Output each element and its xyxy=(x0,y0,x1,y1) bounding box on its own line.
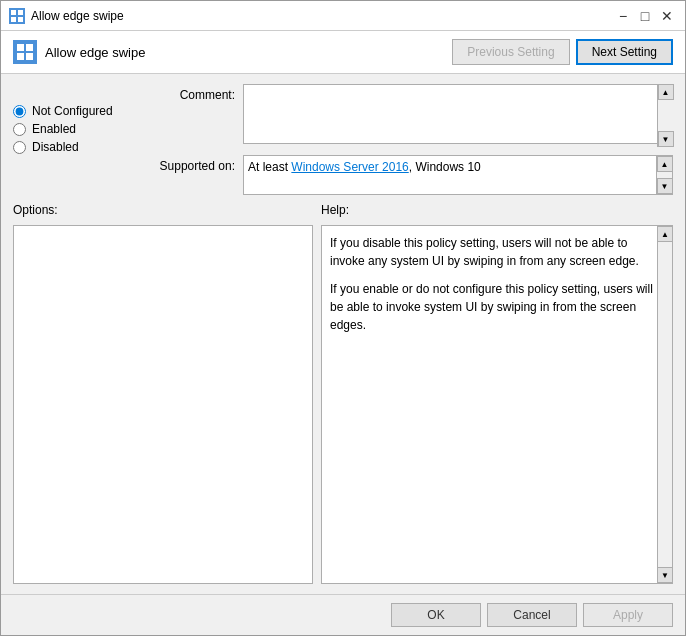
header-icon xyxy=(13,40,37,64)
help-scroll-down[interactable]: ▼ xyxy=(657,567,673,583)
help-text: If you disable this policy setting, user… xyxy=(330,234,664,334)
minimize-button[interactable]: − xyxy=(613,6,633,26)
top-section: Not Configured Enabled Disabled Comment: xyxy=(13,84,673,195)
supported-on-row: Supported on: At least Windows Server 20… xyxy=(145,155,673,195)
comment-row: Comment: ▲ ▼ xyxy=(145,84,673,147)
supported-on-wrap: At least Windows Server 2016, Windows 10… xyxy=(243,155,673,195)
bottom-section: If you disable this policy setting, user… xyxy=(13,225,673,584)
svg-rect-2 xyxy=(11,17,16,22)
help-paragraph-2: If you enable or do not configure this p… xyxy=(330,280,664,334)
fields-section: Comment: ▲ ▼ Supported on: xyxy=(145,84,673,195)
help-label: Help: xyxy=(321,203,349,217)
footer: OK Cancel Apply xyxy=(1,594,685,635)
main-content: Not Configured Enabled Disabled Comment: xyxy=(1,74,685,594)
windows-server-link[interactable]: Windows Server 2016 xyxy=(291,160,408,174)
svg-rect-4 xyxy=(17,44,24,51)
help-paragraph-1: If you disable this policy setting, user… xyxy=(330,234,664,270)
supported-on-label: Supported on: xyxy=(145,155,235,173)
radio-disabled[interactable]: Disabled xyxy=(13,140,133,154)
supported-scroll-up[interactable]: ▲ xyxy=(657,156,673,172)
header-title: Allow edge swipe xyxy=(45,45,145,60)
next-setting-button[interactable]: Next Setting xyxy=(576,39,673,65)
radio-disabled-label[interactable]: Disabled xyxy=(32,140,79,154)
radio-not-configured[interactable]: Not Configured xyxy=(13,104,133,118)
options-label: Options: xyxy=(13,203,313,217)
supported-scroll-down[interactable]: ▼ xyxy=(657,178,673,194)
header-buttons: Previous Setting Next Setting xyxy=(452,39,673,65)
comment-scrollbar: ▲ ▼ xyxy=(657,84,673,147)
help-panel: If you disable this policy setting, user… xyxy=(321,225,673,584)
radio-disabled-input[interactable] xyxy=(13,141,26,154)
close-button[interactable]: ✕ xyxy=(657,6,677,26)
comment-label: Comment: xyxy=(145,84,235,102)
middle-labels: Options: Help: xyxy=(13,203,673,217)
scroll-up-arrow[interactable]: ▲ xyxy=(658,84,674,100)
ok-button[interactable]: OK xyxy=(391,603,481,627)
svg-rect-6 xyxy=(17,53,24,60)
supported-on-value: At least Windows Server 2016, Windows 10 xyxy=(248,160,481,174)
svg-rect-1 xyxy=(18,10,23,15)
apply-button[interactable]: Apply xyxy=(583,603,673,627)
help-scroll-up[interactable]: ▲ xyxy=(657,226,673,242)
maximize-button[interactable]: □ xyxy=(635,6,655,26)
help-panel-wrap: If you disable this policy setting, user… xyxy=(321,225,673,584)
window-icon xyxy=(9,8,25,24)
radio-group: Not Configured Enabled Disabled xyxy=(13,84,133,195)
window-title: Allow edge swipe xyxy=(31,9,124,23)
help-scrollbar: ▲ ▼ xyxy=(657,225,673,584)
radio-not-configured-input[interactable] xyxy=(13,105,26,118)
radio-enabled-input[interactable] xyxy=(13,123,26,136)
header-left: Allow edge swipe xyxy=(13,40,145,64)
header-bar: Allow edge swipe Previous Setting Next S… xyxy=(1,31,685,74)
title-bar: Allow edge swipe − □ ✕ xyxy=(1,1,685,31)
radio-enabled-label[interactable]: Enabled xyxy=(32,122,76,136)
cancel-button[interactable]: Cancel xyxy=(487,603,577,627)
radio-not-configured-label[interactable]: Not Configured xyxy=(32,104,113,118)
comment-textarea[interactable] xyxy=(243,84,673,144)
title-bar-left: Allow edge swipe xyxy=(9,8,124,24)
prev-setting-button[interactable]: Previous Setting xyxy=(452,39,569,65)
svg-rect-0 xyxy=(11,10,16,15)
supported-on-field: At least Windows Server 2016, Windows 10… xyxy=(243,155,673,195)
main-window: Allow edge swipe − □ ✕ Allow edge swipe … xyxy=(0,0,686,636)
svg-rect-7 xyxy=(26,53,33,60)
svg-rect-5 xyxy=(26,44,33,51)
title-bar-controls: − □ ✕ xyxy=(613,6,677,26)
svg-rect-3 xyxy=(18,17,23,22)
radio-enabled[interactable]: Enabled xyxy=(13,122,133,136)
scroll-down-arrow[interactable]: ▼ xyxy=(658,131,674,147)
options-panel xyxy=(13,225,313,584)
comment-textarea-wrap: ▲ ▼ xyxy=(243,84,673,147)
supported-scrollbar: ▲ ▼ xyxy=(656,156,672,194)
